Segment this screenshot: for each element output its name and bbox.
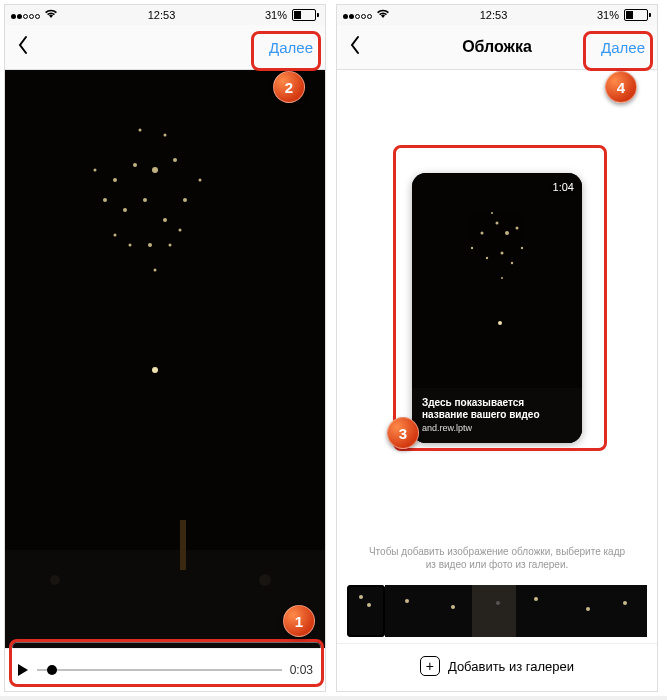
svg-rect-22 [180,520,186,570]
svg-point-2 [133,163,137,167]
annotation-badge-1: 1 [283,605,315,637]
svg-point-33 [521,246,523,248]
video-preview[interactable] [5,70,325,648]
frame-thumb[interactable] [347,585,385,637]
svg-point-14 [199,179,202,182]
battery-icon [290,9,319,21]
svg-point-30 [501,251,504,254]
svg-point-11 [129,244,132,247]
svg-point-34 [471,246,473,248]
gallery-button-label: Добавить из галереи [448,659,574,674]
frame-thumb[interactable] [516,585,560,637]
status-bar: 12:53 31% [5,5,325,25]
svg-point-5 [143,198,147,202]
play-button[interactable] [17,663,29,677]
frame-thumbnail-strip[interactable] [337,585,657,643]
battery-percent: 31% [265,9,287,21]
status-bar: 12:53 31% [337,5,657,25]
back-button[interactable] [17,35,29,59]
svg-point-23 [259,574,271,586]
svg-rect-21 [5,550,325,648]
svg-point-26 [481,231,484,234]
nav-bar: Обложка Далее [337,25,657,70]
battery-icon [622,9,651,21]
svg-point-31 [486,256,488,258]
back-button[interactable] [349,35,361,59]
status-time: 12:53 [148,9,176,21]
plus-icon: + [420,656,440,676]
battery-percent: 31% [597,9,619,21]
svg-point-1 [113,178,117,182]
svg-point-15 [179,229,182,232]
annotation-badge-3: 3 [387,417,419,449]
svg-point-19 [164,134,167,137]
add-from-gallery-button[interactable]: + Добавить из галереи [337,643,657,688]
video-scrubber[interactable] [37,669,282,671]
frame-thumb[interactable] [429,585,473,637]
svg-point-12 [169,244,172,247]
next-button[interactable]: Далее [601,39,645,56]
svg-point-18 [139,129,142,132]
svg-point-37 [498,321,502,325]
svg-point-8 [183,198,187,202]
svg-point-28 [505,231,509,235]
svg-point-13 [94,169,97,172]
cover-preview-card[interactable]: 1:04 Здесь показывается название вашего … [412,173,582,443]
svg-point-9 [103,198,107,202]
video-time: 0:03 [290,663,313,677]
cover-author: and.rew.lptw [422,423,572,433]
frame-thumb[interactable] [385,585,429,637]
frame-thumb[interactable] [603,585,647,637]
cover-title-placeholder: Здесь показывается название вашего видео [422,397,572,421]
status-time: 12:53 [480,9,508,21]
svg-point-36 [491,212,493,214]
annotation-badge-4: 4 [605,71,637,103]
svg-point-3 [152,167,158,173]
svg-point-24 [50,575,60,585]
svg-point-35 [501,277,503,279]
phone-screen-cover: 12:53 31% Обложка Далее [336,4,658,692]
cover-duration: 1:04 [553,181,574,193]
svg-point-6 [123,208,127,212]
signal-dots-icon [11,9,41,21]
annotation-badge-2: 2 [273,71,305,103]
svg-point-17 [154,269,157,272]
signal-dots-icon [343,9,373,21]
svg-point-20 [152,367,158,373]
svg-point-32 [511,261,513,263]
frame-thumb[interactable] [472,585,516,637]
frame-thumb[interactable] [560,585,604,637]
next-button[interactable]: Далее [269,39,313,56]
wifi-icon [376,9,390,21]
svg-point-27 [496,221,499,224]
video-player-bar: 0:03 [5,648,325,691]
svg-point-4 [173,158,177,162]
wifi-icon [44,9,58,21]
svg-point-16 [114,234,117,237]
page-title: Обложка [462,38,532,56]
phone-screen-video-preview: 12:53 31% Далее [4,4,326,692]
svg-point-10 [148,243,152,247]
scrubber-handle[interactable] [47,665,57,675]
cover-hint-text: Чтобы добавить изображение обложки, выбе… [337,545,657,585]
svg-point-29 [516,226,519,229]
nav-bar: Далее [5,25,325,70]
svg-point-7 [163,218,167,222]
